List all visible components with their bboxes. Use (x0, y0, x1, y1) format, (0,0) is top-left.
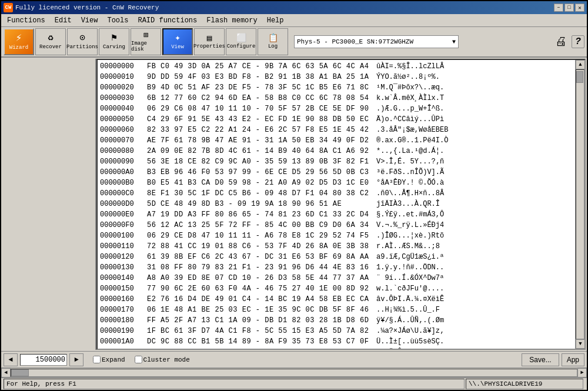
menu-help[interactable]: Help (262, 15, 289, 26)
menu-flash[interactable]: Flash memory (202, 15, 262, 26)
hex-row: 0000009056 3E 18 CE 82 C9 9C A0 - 35 59 … (98, 156, 575, 167)
hex-bytes: 5D CE 48 49 8D B3 - 09 19 9A 18 90 96 51… (145, 199, 374, 209)
hex-row: 0000017006 1E 48 A1 BE 25 03 EC - 1E 35 … (98, 305, 575, 315)
hex-bytes: 31 08 FF 80 79 83 21 F1 - 23 91 96 D6 44… (145, 262, 374, 273)
hex-ascii: r.AÌ..ÆS.M&..;8 (374, 241, 440, 252)
hex-content[interactable]: 00000000FB C0 49 3D 0A 25 A7 CE - 9B 7A … (98, 60, 575, 349)
hex-bytes: FB C0 49 3D 0A 25 A7 CE - 9B 7A 6C 63 5A… (145, 61, 374, 72)
hex-bytes: 61 39 8B EF C6 2C 43 67 - DC 31 E6 53 BF… (145, 252, 374, 262)
scroll-thumb[interactable] (576, 71, 583, 83)
menu-functions[interactable]: Functions (2, 15, 50, 26)
status-help-text: For Help, press F1 (6, 380, 76, 387)
hex-bytes: 77 90 6C 2E 60 63 F0 4A - 46 75 27 40 1E… (145, 283, 374, 294)
carving-button[interactable]: ⚑ Carving (99, 28, 129, 55)
imagedisk-button[interactable]: ⊞ Image disk (131, 28, 161, 55)
position-input[interactable] (20, 354, 67, 366)
hex-row: 0000015077 90 6C 2E 60 63 F0 4A - 46 75 … (98, 283, 575, 294)
print-button[interactable]: 🖨 (555, 35, 567, 49)
hex-address: 00000030 (98, 93, 145, 103)
log-button[interactable]: 📋 Log (258, 28, 288, 55)
app-button[interactable]: App (562, 353, 584, 366)
hex-address: 00000090 (98, 156, 145, 167)
hex-ascii: ¹M.Q¯#Þõx?\..æq. (374, 82, 444, 93)
minimize-button[interactable]: – (554, 4, 563, 12)
nav-next-button[interactable]: ► (69, 353, 83, 366)
properties-icon: ▤ (207, 34, 212, 42)
hex-row: 000000109D DD 59 4F 03 E3 BD F8 - B2 91 … (98, 72, 575, 82)
hex-row: 000000D05D CE 48 49 8D B3 - 09 19 9A 18 … (98, 199, 575, 209)
save-button[interactable]: Save... (522, 353, 559, 366)
menu-tools[interactable]: Tools (102, 15, 133, 26)
hex-bytes: B9 4D 0C 51 AF 23 DE F5 - 78 3F 5C 1C B5… (145, 82, 374, 93)
hex-bytes: 82 33 97 E5 C2 22 A1 24 - E6 2C 57 F8 E5… (145, 125, 374, 135)
configure-button[interactable]: ⬜ Configure (226, 28, 256, 55)
hex-ascii: ³ë.FðS..nÎÕ)V].Ã (374, 167, 444, 178)
properties-button[interactable]: ▤ Properties (194, 28, 225, 55)
partitions-button[interactable]: ⊙ Partitions (67, 28, 98, 55)
maximize-button[interactable]: □ (564, 4, 574, 12)
recover-button[interactable]: ♻ Recover (35, 28, 66, 55)
cluster-mode-checkbox-label[interactable]: Cluster mode (135, 356, 190, 363)
hex-row: 00000070AE 7F 61 78 9B 47 AE 91 - 31 1A … (98, 135, 575, 146)
help-button[interactable]: ? (572, 35, 584, 48)
hex-address: 00000050 (98, 114, 145, 125)
hex-row: 0000013031 08 FF 80 79 83 21 F1 - 23 91 … (98, 262, 575, 273)
wizard-button[interactable]: ⚡ Wizard (4, 28, 34, 55)
status-path-text: \\.\PHYSICALDRIVE19 (469, 380, 542, 387)
hex-address: 00000120 (98, 252, 145, 262)
hex-bytes: 6B 12 77 60 C2 94 6D EA - 58 B8 C0 CC 6C… (145, 93, 374, 103)
hex-address: 000000A0 (98, 167, 145, 178)
expand-checkbox[interactable] (93, 356, 101, 363)
hex-bytes: B0 E5 41 B3 CA D0 59 98 - 21 A0 A9 02 D5… (145, 178, 374, 188)
hex-row: 000001901F BC 61 3F D7 4A C1 F8 - 5C 55 … (98, 326, 575, 336)
close-button[interactable]: ✕ (575, 4, 584, 12)
hex-row: 000001A0DC 9C 88 CC B1 5B 14 89 - 8A F9 … (98, 336, 575, 347)
recover-label: Recover (39, 44, 62, 50)
hex-address: 00000130 (98, 262, 145, 273)
expand-label: Expand (102, 356, 125, 363)
hex-row: 0000006082 33 97 E5 C2 22 A1 24 - E6 2C … (98, 125, 575, 135)
expand-checkbox-label[interactable]: Expand (93, 356, 125, 363)
hex-ascii: ûÀI=.%§Î..lcZlLÂ (374, 61, 444, 72)
h-scroll-left-button[interactable]: ◄ (1, 368, 11, 377)
hex-address: 00000010 (98, 72, 145, 82)
scroll-up-button[interactable]: ▲ (576, 60, 585, 69)
wizard-label: Wizard (9, 45, 28, 51)
h-scroll-track[interactable] (11, 369, 577, 377)
hex-row: 0000004006 29 C6 08 47 10 11 10 - 70 5F … (98, 103, 575, 114)
hex-ascii: jîÄIÀ3...À.QR.Î (374, 199, 440, 209)
hex-row: 000000F056 12 AC 13 25 5F 72 FF - 85 4C … (98, 220, 575, 230)
nav-prev-button[interactable]: ◄ (4, 353, 18, 366)
hex-ascii: .)ÎØG...¦xè.)Rtõ (374, 230, 444, 241)
v-scrollbar[interactable]: ▲ ▼ (575, 60, 584, 349)
hex-address: 00000040 (98, 103, 145, 114)
view-icon: ✦ (175, 34, 181, 43)
view-button[interactable]: ✦ View (162, 28, 193, 55)
toolbar-right: 🖨 ? (555, 35, 584, 49)
hex-row: 00000000FB C0 49 3D 0A 25 A7 CE - 9B 7A … (98, 61, 575, 72)
drive-selector: Phys-5 - PC3000_E SN:97T2WGHZW ▼ (294, 35, 554, 48)
title-bar-controls: – □ ✕ (554, 4, 584, 12)
menu-edit[interactable]: Edit (50, 15, 76, 26)
configure-label: Configure (227, 44, 256, 49)
hex-ascii: Ä)o.^CCâìý...ÛPì (374, 114, 444, 125)
hex-address: 00000190 (98, 326, 145, 336)
hex-ascii: Ü..Ì±[..ùù5sèSÇ. (374, 336, 444, 347)
h-scroll-right-button[interactable]: ► (577, 368, 587, 377)
log-label: Log (268, 44, 278, 49)
menu-view[interactable]: View (76, 15, 103, 26)
menu-raid[interactable]: RAID functions (133, 15, 202, 26)
hex-bytes: 06 29 C6 08 47 10 11 10 - 70 5F 57 2B CE… (145, 103, 374, 114)
partitions-icon: ⊙ (79, 34, 85, 43)
wizard-icon: ⚡ (16, 33, 22, 44)
main-area: 00000000FB C0 49 3D 0A 25 A7 CE - 9B 7A … (1, 58, 587, 351)
hex-address: 000000B0 (98, 178, 145, 188)
cluster-mode-checkbox[interactable] (135, 356, 142, 363)
scroll-down-button[interactable]: ▼ (576, 339, 585, 349)
hex-bytes: E2 76 16 D4 DE 49 01 C4 - 14 BC 19 A4 58… (145, 294, 374, 305)
imagedisk-icon: ⊞ (143, 31, 148, 39)
drive-combo[interactable]: Phys-5 - PC3000_E SN:97T2WGHZW ▼ (294, 35, 459, 48)
hex-address: 00000110 (98, 241, 145, 252)
h-scroll-thumb[interactable] (11, 369, 29, 376)
hex-row: 00000140A8 A0 39 ED 8E 07 CD 10 - 26 D3 … (98, 273, 575, 283)
